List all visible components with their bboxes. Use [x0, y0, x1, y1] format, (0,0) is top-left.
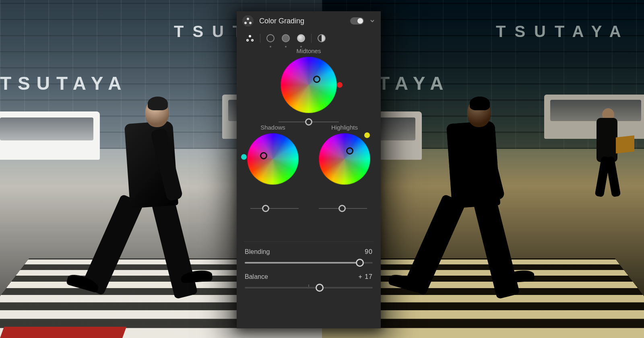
- midtones-wheel[interactable]: Midtones: [279, 47, 339, 126]
- shadows-label: Shadows: [260, 124, 285, 131]
- tab-global[interactable]: [316, 32, 328, 44]
- tab-shadows[interactable]: [264, 32, 277, 44]
- panel-title: Color Grading: [259, 17, 345, 25]
- shadows-wheel[interactable]: Shadows: [247, 124, 299, 185]
- view-mode-tabs: [237, 30, 381, 45]
- tab-separator: [260, 34, 260, 43]
- panel-header: Color Grading: [237, 11, 381, 30]
- store-sign: TSUTAYA: [496, 23, 630, 41]
- balance-label: Balance: [245, 273, 268, 280]
- blending-slider[interactable]: [245, 259, 373, 267]
- balance-slider[interactable]: [245, 284, 373, 292]
- midtones-label: Midtones: [297, 47, 321, 54]
- highlights-wheel[interactable]: Highlights: [319, 124, 370, 185]
- color-grading-panel: Color Grading Midtones Shadows: [237, 11, 381, 328]
- color-grading-icon: [242, 15, 254, 27]
- panel-collapse-button[interactable]: [369, 18, 375, 24]
- shadows-luminance-slider[interactable]: [250, 204, 299, 212]
- highlights-luminance-slider[interactable]: [319, 204, 367, 212]
- panel-enable-toggle[interactable]: [350, 17, 364, 25]
- shadows-color-disc[interactable]: [247, 133, 299, 185]
- blending-value: 90: [365, 248, 373, 256]
- tab-midtones[interactable]: [280, 32, 292, 44]
- store-sign: TSUTAYA: [0, 72, 128, 94]
- tab-highlights[interactable]: [295, 32, 307, 44]
- color-wheels-area: Midtones Shadows Highlights: [237, 45, 381, 202]
- balance-value: + 17: [358, 273, 373, 280]
- highlights-color-disc[interactable]: [319, 133, 370, 185]
- midtones-color-disc[interactable]: [281, 57, 337, 113]
- tab-separator: [311, 34, 312, 43]
- blending-row: Blending 90: [237, 242, 381, 256]
- blending-label: Blending: [245, 248, 270, 256]
- balance-row: Balance + 17: [237, 267, 381, 280]
- tab-three-way[interactable]: [244, 32, 256, 44]
- highlights-label: Highlights: [331, 124, 358, 131]
